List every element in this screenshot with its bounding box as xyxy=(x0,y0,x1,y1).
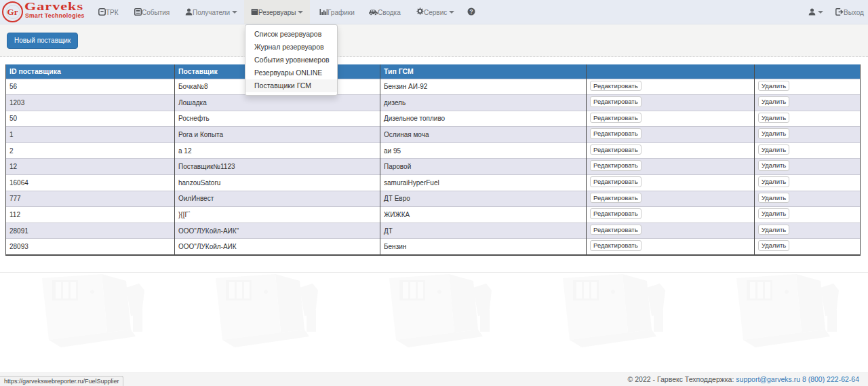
fuel-pump-image xyxy=(347,273,521,349)
cell-edit: Редактировать xyxy=(587,223,755,239)
delete-button[interactable]: Удалить xyxy=(758,160,789,171)
cell-supplier-id: 28091 xyxy=(6,223,175,239)
cell-delete: Удалить xyxy=(755,159,861,175)
fuel-pump-watermark xyxy=(0,273,868,349)
brand-logo[interactable]: Gr Garveks Smart Technologies xyxy=(2,1,94,23)
column-header-4 xyxy=(587,64,755,79)
tank-icon xyxy=(251,8,258,16)
nav-item-label: Сервис xyxy=(424,9,447,16)
logo-monogram: Gr xyxy=(2,1,23,22)
copyright-text: © 2022 - Гарвекс Техподдержка: xyxy=(628,375,734,383)
cell-supplier-name: hanzouSatoru xyxy=(175,175,380,191)
cell-delete: Удалить xyxy=(755,142,861,159)
edit-button[interactable]: Редактировать xyxy=(590,81,642,92)
cell-supplier-name: ОилИнвест xyxy=(175,191,380,207)
delete-button[interactable]: Удалить xyxy=(758,128,789,139)
brand-tagline: Smart Technologies xyxy=(25,12,85,19)
page: Gr Garveks Smart Technologies ТРКСобытия… xyxy=(0,0,868,386)
cell-delete: Удалить xyxy=(755,175,861,191)
cell-edit: Редактировать xyxy=(587,142,755,159)
delete-button[interactable]: Удалить xyxy=(758,193,789,204)
chevron-down-icon xyxy=(232,11,237,14)
delete-button[interactable]: Удалить xyxy=(758,113,789,123)
delete-button[interactable]: Удалить xyxy=(758,176,789,187)
edit-button[interactable]: Редактировать xyxy=(590,208,642,219)
cell-supplier-name: Рога и Копыта xyxy=(175,127,380,143)
nav-item-summary[interactable]: Сводка xyxy=(362,0,408,24)
delete-button[interactable]: Удалить xyxy=(758,208,789,219)
nav-item-label: Получатели xyxy=(193,9,230,16)
nav-item-account[interactable] xyxy=(802,0,830,24)
nav-item-label: Графики xyxy=(328,9,355,16)
cell-delete: Удалить xyxy=(755,79,861,95)
nav-item-help[interactable]: ? xyxy=(460,0,482,24)
car-icon xyxy=(369,8,378,16)
edit-button[interactable]: Редактировать xyxy=(590,240,642,251)
cell-supplier-id: 16064 xyxy=(6,175,175,191)
cell-fuel-type: Дизельное топливо xyxy=(380,111,587,127)
nav-item-trk[interactable]: ТРК xyxy=(92,0,125,24)
edit-button[interactable]: Редактировать xyxy=(590,176,642,187)
edit-button[interactable]: Редактировать xyxy=(590,193,642,204)
nav-item-tanks[interactable]: Резервуары xyxy=(244,0,310,24)
nav-item-label: Сводка xyxy=(378,9,401,16)
cell-supplier-name: Поставщик№1123 xyxy=(175,159,380,175)
dropdown-item-1[interactable]: Список резервуаров xyxy=(245,28,337,41)
cell-edit: Редактировать xyxy=(587,79,755,95)
new-supplier-button[interactable]: Новый поставщик xyxy=(7,33,78,49)
edit-button[interactable]: Редактировать xyxy=(590,144,642,155)
dropdown-item-4[interactable]: Резервуары ONLINE xyxy=(245,66,337,79)
edit-button[interactable]: Редактировать xyxy=(590,128,642,139)
delete-button[interactable]: Удалить xyxy=(758,144,789,155)
delete-button[interactable]: Удалить xyxy=(758,225,789,235)
delete-button[interactable]: Удалить xyxy=(758,81,789,92)
tanks-dropdown-menu: Список резервуаровЖурнал резервуаровСобы… xyxy=(245,24,338,96)
table-row: 28093ООО"ЛУКойл-АИКБензинРедактироватьУд… xyxy=(6,239,861,255)
cell-supplier-name: а 12 xyxy=(175,142,380,159)
nav-item-recipients[interactable]: Получатели xyxy=(178,0,244,24)
cell-supplier-id: 1203 xyxy=(6,95,175,111)
edit-button[interactable]: Редактировать xyxy=(590,160,642,171)
edit-button[interactable]: Редактировать xyxy=(590,113,642,123)
cell-fuel-type: Бензин АИ-92 xyxy=(380,79,587,95)
chevron-down-icon xyxy=(818,11,823,14)
column-header-1: ID поставщика xyxy=(6,64,175,79)
fuel-pump-image xyxy=(174,273,347,349)
cell-supplier-name: Роснефть xyxy=(175,111,380,127)
svg-text:?: ? xyxy=(469,8,473,15)
column-header-3: Тип ГСМ xyxy=(380,64,587,79)
cell-edit: Редактировать xyxy=(587,191,755,207)
cell-supplier-id: 12 xyxy=(6,159,175,175)
delete-button[interactable]: Удалить xyxy=(758,96,789,107)
delete-button[interactable]: Удалить xyxy=(758,240,789,251)
terminal-icon xyxy=(98,8,106,16)
suppliers-table: ID поставщикаПоставщикТип ГСМ 56Бочка№8Б… xyxy=(5,64,861,256)
cell-delete: Удалить xyxy=(755,127,861,143)
footer: © 2022 - Гарвекс Техподдержка: support@g… xyxy=(0,372,868,386)
dropdown-item-2[interactable]: Журнал резервуаров xyxy=(245,41,337,54)
fuel-pump-image xyxy=(521,273,694,349)
edit-button[interactable]: Редактировать xyxy=(590,225,642,235)
table-row: 28091ООО"ЛУКойл-АИК"ДТРедактироватьУдали… xyxy=(6,223,861,239)
cell-edit: Редактировать xyxy=(587,159,755,175)
cell-fuel-type: Бензин xyxy=(380,239,587,255)
dropdown-item-3[interactable]: События уровнемеров xyxy=(245,54,337,66)
table-row: 56Бочка№8Бензин АИ-92РедактироватьУдалит… xyxy=(6,79,861,95)
dropdown-item-5[interactable]: Поставщики ГСМ xyxy=(245,79,337,92)
support-link[interactable]: support@garveks.ru 8 (800) 222-62-64 xyxy=(736,375,859,383)
cell-edit: Редактировать xyxy=(587,175,755,191)
chevron-down-icon xyxy=(298,11,303,14)
cell-supplier-name: Лошадка xyxy=(175,95,380,111)
table-row: 12Поставщик№1123ПаровойРедактироватьУдал… xyxy=(6,159,861,175)
cell-supplier-id: 28093 xyxy=(6,239,175,255)
person-icon xyxy=(808,8,816,16)
nav-item-service[interactable]: Сервис xyxy=(409,0,461,24)
cell-supplier-id: 50 xyxy=(6,111,175,127)
nav-item-charts[interactable]: Графики xyxy=(313,0,361,24)
gear-icon xyxy=(416,7,424,16)
nav-item-logout[interactable]: Выход xyxy=(829,0,868,24)
nav-item-events[interactable]: События xyxy=(127,0,176,24)
edit-button[interactable]: Редактировать xyxy=(590,96,642,107)
fuel-pump-image xyxy=(694,273,868,349)
table-row: 2а 12аи 95РедактироватьУдалить xyxy=(6,142,861,159)
